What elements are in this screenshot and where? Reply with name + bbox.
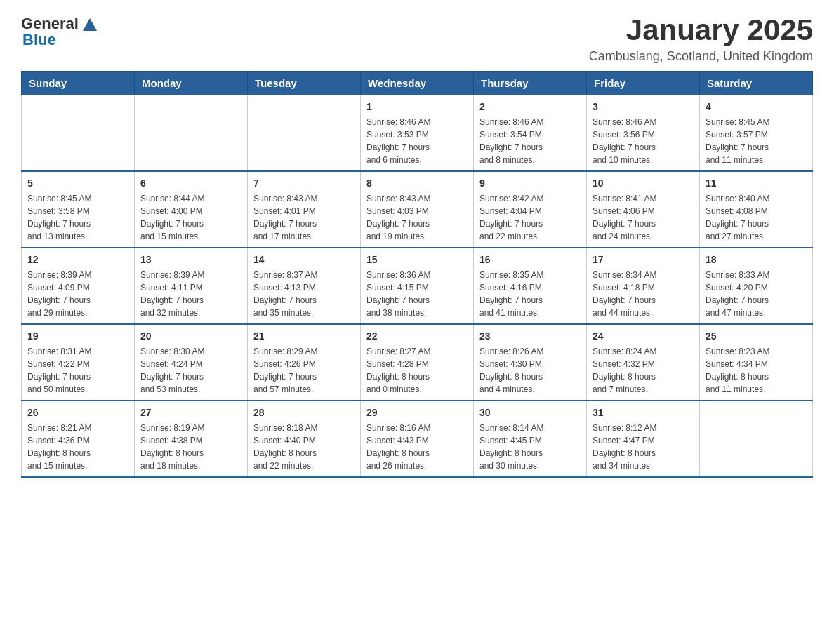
page-header: General Blue January 2025 Cambuslang, Sc… bbox=[21, 14, 813, 64]
day-number: 9 bbox=[479, 176, 581, 191]
day-info: Sunrise: 8:27 AM Sunset: 4:28 PM Dayligh… bbox=[366, 345, 468, 396]
day-number: 10 bbox=[593, 176, 694, 191]
day-number: 22 bbox=[366, 329, 468, 344]
calendar-body: 1Sunrise: 8:46 AM Sunset: 3:53 PM Daylig… bbox=[22, 95, 813, 478]
weekday-header-saturday: Saturday bbox=[700, 72, 813, 95]
calendar-cell: 16Sunrise: 8:35 AM Sunset: 4:16 PM Dayli… bbox=[474, 248, 587, 324]
svg-marker-0 bbox=[83, 18, 97, 31]
calendar-cell: 10Sunrise: 8:41 AM Sunset: 4:06 PM Dayli… bbox=[587, 171, 700, 248]
weekday-header-row: SundayMondayTuesdayWednesdayThursdayFrid… bbox=[22, 72, 813, 95]
day-info: Sunrise: 8:21 AM Sunset: 4:36 PM Dayligh… bbox=[27, 422, 128, 472]
calendar-cell: 21Sunrise: 8:29 AM Sunset: 4:26 PM Dayli… bbox=[248, 324, 361, 401]
calendar-cell: 26Sunrise: 8:21 AM Sunset: 4:36 PM Dayli… bbox=[22, 401, 135, 477]
day-number: 1 bbox=[366, 100, 468, 114]
calendar-title: January 2025 bbox=[589, 14, 813, 46]
calendar-cell: 22Sunrise: 8:27 AM Sunset: 4:28 PM Dayli… bbox=[361, 324, 474, 401]
calendar-cell: 18Sunrise: 8:33 AM Sunset: 4:20 PM Dayli… bbox=[700, 248, 813, 324]
day-number: 29 bbox=[366, 405, 468, 420]
weekday-header-wednesday: Wednesday bbox=[361, 72, 474, 95]
day-number: 25 bbox=[706, 329, 807, 344]
calendar-week-2: 5Sunrise: 8:45 AM Sunset: 3:58 PM Daylig… bbox=[22, 171, 813, 248]
day-number: 8 bbox=[366, 176, 468, 191]
calendar-cell: 2Sunrise: 8:46 AM Sunset: 3:54 PM Daylig… bbox=[474, 95, 587, 172]
calendar-week-5: 26Sunrise: 8:21 AM Sunset: 4:36 PM Dayli… bbox=[22, 401, 813, 477]
calendar-cell: 9Sunrise: 8:42 AM Sunset: 4:04 PM Daylig… bbox=[474, 171, 587, 248]
weekday-header-monday: Monday bbox=[135, 72, 248, 95]
day-info: Sunrise: 8:18 AM Sunset: 4:40 PM Dayligh… bbox=[253, 422, 355, 472]
calendar-cell: 13Sunrise: 8:39 AM Sunset: 4:11 PM Dayli… bbox=[135, 248, 248, 324]
day-info: Sunrise: 8:29 AM Sunset: 4:26 PM Dayligh… bbox=[253, 345, 355, 396]
day-number: 28 bbox=[253, 405, 355, 420]
day-number: 17 bbox=[593, 253, 694, 267]
day-info: Sunrise: 8:36 AM Sunset: 4:15 PM Dayligh… bbox=[366, 269, 468, 319]
day-info: Sunrise: 8:39 AM Sunset: 4:11 PM Dayligh… bbox=[140, 269, 241, 319]
day-info: Sunrise: 8:33 AM Sunset: 4:20 PM Dayligh… bbox=[706, 269, 807, 319]
weekday-header-thursday: Thursday bbox=[474, 72, 587, 95]
day-info: Sunrise: 8:16 AM Sunset: 4:43 PM Dayligh… bbox=[366, 422, 468, 472]
day-number: 27 bbox=[140, 405, 241, 420]
day-info: Sunrise: 8:23 AM Sunset: 4:34 PM Dayligh… bbox=[706, 345, 807, 396]
day-number: 13 bbox=[140, 253, 241, 267]
calendar-cell: 6Sunrise: 8:44 AM Sunset: 4:00 PM Daylig… bbox=[135, 171, 248, 248]
title-block: January 2025 Cambuslang, Scotland, Unite… bbox=[589, 14, 813, 64]
day-number: 21 bbox=[253, 329, 355, 344]
calendar-cell: 19Sunrise: 8:31 AM Sunset: 4:22 PM Dayli… bbox=[22, 324, 135, 401]
day-info: Sunrise: 8:46 AM Sunset: 3:56 PM Dayligh… bbox=[593, 116, 694, 166]
weekday-header-friday: Friday bbox=[587, 72, 700, 95]
day-number: 24 bbox=[593, 329, 694, 344]
calendar-cell: 25Sunrise: 8:23 AM Sunset: 4:34 PM Dayli… bbox=[700, 324, 813, 401]
day-number: 20 bbox=[140, 329, 241, 344]
calendar-cell: 15Sunrise: 8:36 AM Sunset: 4:15 PM Dayli… bbox=[361, 248, 474, 324]
day-info: Sunrise: 8:41 AM Sunset: 4:06 PM Dayligh… bbox=[593, 192, 694, 243]
calendar-cell: 8Sunrise: 8:43 AM Sunset: 4:03 PM Daylig… bbox=[361, 171, 474, 248]
calendar-cell: 12Sunrise: 8:39 AM Sunset: 4:09 PM Dayli… bbox=[22, 248, 135, 324]
calendar-cell: 28Sunrise: 8:18 AM Sunset: 4:40 PM Dayli… bbox=[248, 401, 361, 477]
logo: General Blue bbox=[21, 14, 100, 49]
day-info: Sunrise: 8:46 AM Sunset: 3:54 PM Dayligh… bbox=[479, 116, 581, 166]
calendar-cell: 3Sunrise: 8:46 AM Sunset: 3:56 PM Daylig… bbox=[587, 95, 700, 172]
day-number: 6 bbox=[140, 176, 241, 191]
calendar-week-4: 19Sunrise: 8:31 AM Sunset: 4:22 PM Dayli… bbox=[22, 324, 813, 401]
day-number: 11 bbox=[706, 176, 807, 191]
day-info: Sunrise: 8:35 AM Sunset: 4:16 PM Dayligh… bbox=[479, 269, 581, 319]
day-info: Sunrise: 8:19 AM Sunset: 4:38 PM Dayligh… bbox=[140, 422, 241, 472]
day-number: 12 bbox=[27, 253, 128, 267]
calendar-cell: 29Sunrise: 8:16 AM Sunset: 4:43 PM Dayli… bbox=[361, 401, 474, 477]
calendar-week-1: 1Sunrise: 8:46 AM Sunset: 3:53 PM Daylig… bbox=[22, 95, 813, 172]
calendar-cell bbox=[135, 95, 248, 172]
day-info: Sunrise: 8:44 AM Sunset: 4:00 PM Dayligh… bbox=[140, 192, 241, 243]
day-number: 15 bbox=[366, 253, 468, 267]
day-info: Sunrise: 8:40 AM Sunset: 4:08 PM Dayligh… bbox=[706, 192, 807, 243]
day-number: 23 bbox=[479, 329, 581, 344]
day-number: 16 bbox=[479, 253, 581, 267]
day-info: Sunrise: 8:12 AM Sunset: 4:47 PM Dayligh… bbox=[593, 422, 694, 472]
day-info: Sunrise: 8:43 AM Sunset: 4:01 PM Dayligh… bbox=[253, 192, 355, 243]
day-number: 26 bbox=[27, 405, 128, 420]
day-info: Sunrise: 8:45 AM Sunset: 3:57 PM Dayligh… bbox=[706, 116, 807, 166]
calendar-cell: 1Sunrise: 8:46 AM Sunset: 3:53 PM Daylig… bbox=[361, 95, 474, 172]
calendar-cell: 23Sunrise: 8:26 AM Sunset: 4:30 PM Dayli… bbox=[474, 324, 587, 401]
day-info: Sunrise: 8:26 AM Sunset: 4:30 PM Dayligh… bbox=[479, 345, 581, 396]
calendar-cell: 7Sunrise: 8:43 AM Sunset: 4:01 PM Daylig… bbox=[248, 171, 361, 248]
day-number: 18 bbox=[706, 253, 807, 267]
calendar-cell: 4Sunrise: 8:45 AM Sunset: 3:57 PM Daylig… bbox=[700, 95, 813, 172]
calendar-cell: 30Sunrise: 8:14 AM Sunset: 4:45 PM Dayli… bbox=[474, 401, 587, 477]
calendar-cell: 31Sunrise: 8:12 AM Sunset: 4:47 PM Dayli… bbox=[587, 401, 700, 477]
calendar-subtitle: Cambuslang, Scotland, United Kingdom bbox=[589, 49, 813, 64]
day-number: 4 bbox=[706, 100, 807, 114]
logo-text-blue: Blue bbox=[22, 31, 56, 49]
calendar-cell: 5Sunrise: 8:45 AM Sunset: 3:58 PM Daylig… bbox=[22, 171, 135, 248]
calendar-table: SundayMondayTuesdayWednesdayThursdayFrid… bbox=[21, 71, 813, 478]
calendar-cell: 11Sunrise: 8:40 AM Sunset: 4:08 PM Dayli… bbox=[700, 171, 813, 248]
day-info: Sunrise: 8:37 AM Sunset: 4:13 PM Dayligh… bbox=[253, 269, 355, 319]
calendar-cell: 17Sunrise: 8:34 AM Sunset: 4:18 PM Dayli… bbox=[587, 248, 700, 324]
day-number: 30 bbox=[479, 405, 581, 420]
calendar-week-3: 12Sunrise: 8:39 AM Sunset: 4:09 PM Dayli… bbox=[22, 248, 813, 324]
day-info: Sunrise: 8:31 AM Sunset: 4:22 PM Dayligh… bbox=[27, 345, 128, 396]
day-info: Sunrise: 8:24 AM Sunset: 4:32 PM Dayligh… bbox=[593, 345, 694, 396]
weekday-header-sunday: Sunday bbox=[22, 72, 135, 95]
day-info: Sunrise: 8:42 AM Sunset: 4:04 PM Dayligh… bbox=[479, 192, 581, 243]
calendar-header: SundayMondayTuesdayWednesdayThursdayFrid… bbox=[22, 72, 813, 95]
day-info: Sunrise: 8:43 AM Sunset: 4:03 PM Dayligh… bbox=[366, 192, 468, 243]
calendar-cell bbox=[248, 95, 361, 172]
